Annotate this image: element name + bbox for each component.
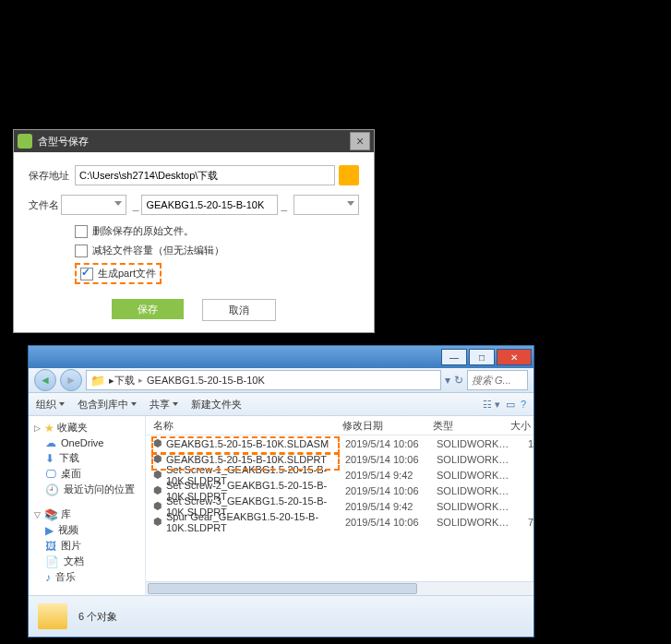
filename-prefix-select[interactable] [61,195,126,215]
dialog-title: 含型号保存 [38,135,350,149]
chevron-down-icon [59,402,65,406]
crumb-1[interactable]: 下载 [114,374,135,388]
cancel-button[interactable]: 取消 [202,299,276,321]
minimize-button[interactable]: — [441,349,467,365]
nav-bar: ◄ ► 📁 ▸ 下载 ▸ GEAKBG1.5-20-15-B-10K ▾ ↻ [29,368,533,393]
file-list-pane: 名称 修改日期 类型 大小 ⬢GEAKBG1.5-20-15-B-10K.SLD… [146,416,533,595]
document-icon: 📄 [45,555,59,568]
column-headers: 名称 修改日期 类型 大小 [146,416,533,435]
close-icon[interactable]: × [350,132,370,150]
search-input[interactable] [467,370,528,390]
status-text: 6 个对象 [78,610,117,624]
file-row[interactable]: ⬢Spur Gear_GEAKBG1.5-20-15-B-10K.SLDPRT2… [146,514,533,530]
reduce-size-checkbox[interactable] [75,244,88,257]
sidebar-favorites[interactable]: ▷★收藏夹 [29,420,145,435]
save-path-label: 保存地址 [29,169,75,183]
sidebar-music[interactable]: ♪音乐 [29,569,145,585]
share-menu[interactable]: 共享 [150,398,178,411]
save-with-model-dialog: 含型号保存 × 保存地址 文件名 _ _ 删除保存的原始文件。 减轻文件容量（但… [13,129,375,333]
chevron-down-icon [173,402,178,406]
star-icon: ★ [44,422,54,435]
library-icon: 📚 [44,508,58,521]
crumb-2[interactable]: GEAKBG1.5-20-15-B-10K [147,375,265,386]
file-date: 2019/5/14 10:06 [345,438,437,449]
sidebar-downloads[interactable]: ⬇下载 [29,450,145,466]
file-size: 7 [515,517,533,528]
refresh-icon[interactable]: ↻ [454,374,463,387]
app-icon [18,134,32,149]
sidebar-desktop[interactable]: 🖵桌面 [29,466,145,482]
file-date: 2019/5/14 10:06 [345,485,437,496]
horizontal-scrollbar[interactable] [146,581,533,595]
file-date: 2019/5/14 9:42 [345,501,437,512]
browse-folder-button[interactable] [339,165,359,185]
file-type: SOLIDWORKS Pa... [437,485,515,496]
generate-part-highlight: 生成part文件 [75,263,162,284]
file-icon: ⬢ [153,437,162,449]
chevron-down-icon [131,402,137,406]
filename-input[interactable] [141,195,278,215]
delete-original-label: 删除保存的原始文件。 [92,224,194,238]
file-name: Spur Gear_GEAKBG1.5-20-15-B-10K.SLDPRT [166,511,345,533]
view-options-icon[interactable]: ☷ ▾ [483,399,500,411]
sidebar-documents[interactable]: 📄文档 [29,554,145,569]
sidebar-videos[interactable]: ▶视频 [29,522,145,538]
col-name-header[interactable]: 名称 [146,419,342,433]
forward-button[interactable]: ► [60,369,82,391]
toolbar: 组织 包含到库中 共享 新建文件夹 ☷ ▾ ▭ ? [29,393,533,416]
file-type: SOLIDWORKS Pa... [437,454,515,465]
window-titlebar[interactable]: — □ ✕ [29,346,533,368]
close-button[interactable]: ✕ [497,349,532,365]
file-size: 1 [515,438,533,449]
dialog-titlebar[interactable]: 含型号保存 × [14,130,374,152]
col-type-header[interactable]: 类型 [433,419,510,433]
delete-original-checkbox[interactable] [75,225,88,238]
sidebar-computer[interactable]: ▷🖥计算机 [29,594,145,595]
preview-pane-icon[interactable]: ▭ [506,399,515,411]
file-type: SOLIDWORKS A... [437,438,515,449]
navigation-pane: ▷★收藏夹 ☁OneDrive ⬇下载 🖵桌面 🕘最近访问的位置 ▽📚库 ▶视频… [29,416,146,595]
file-name-label: 文件名 [29,198,61,212]
sidebar-onedrive[interactable]: ☁OneDrive [29,435,145,450]
filename-suffix-select[interactable] [294,195,359,215]
dropdown-icon[interactable]: ▾ [445,374,450,387]
sidebar-pictures[interactable]: 🖼图片 [29,538,145,554]
reduce-size-label: 减轻文件容量（但无法编辑） [92,244,224,257]
file-icon: ⬢ [153,516,162,528]
help-icon[interactable]: ? [521,399,526,411]
back-button[interactable]: ◄ [34,369,56,391]
sidebar-recent[interactable]: 🕘最近访问的位置 [29,482,145,497]
col-size-header[interactable]: 大小 [510,419,533,433]
col-date-header[interactable]: 修改日期 [342,419,433,433]
save-path-input[interactable] [75,165,335,185]
file-date: 2019/5/14 9:42 [345,470,437,481]
save-button[interactable]: 保存 [112,299,184,319]
music-icon: ♪ [45,571,51,584]
include-library-menu[interactable]: 包含到库中 [78,398,137,411]
maximize-button[interactable]: □ [469,349,495,365]
file-date: 2019/5/14 10:06 [345,454,437,465]
organize-menu[interactable]: 组织 [36,398,65,411]
file-type: SOLIDWORKS Pa... [437,470,515,481]
file-row[interactable]: ⬢GEAKBG1.5-20-15-B-10K.SLDASM2019/5/14 1… [146,435,533,451]
cloud-icon: ☁ [45,436,56,449]
video-icon: ▶ [45,524,54,537]
file-date: 2019/5/14 10:06 [345,517,437,528]
folder-icon [38,603,67,629]
generate-part-label: 生成part文件 [98,267,156,280]
file-type: SOLIDWORKS Pa... [437,517,515,528]
picture-icon: 🖼 [45,540,56,553]
scroll-thumb[interactable] [148,583,417,594]
download-icon: ⬇ [45,452,54,465]
file-name: GEAKBG1.5-20-15-B-10K.SLDASM [166,438,329,449]
generate-part-checkbox[interactable] [80,268,93,280]
recent-icon: 🕘 [45,483,59,496]
chevron-down-icon [114,201,122,206]
folder-icon: 📁 [90,374,105,388]
file-type: SOLIDWORKS Pa... [437,501,515,512]
sidebar-libraries[interactable]: ▽📚库 [29,507,145,522]
new-folder-button[interactable]: 新建文件夹 [191,398,242,411]
chevron-down-icon [347,201,354,206]
breadcrumb[interactable]: 📁 ▸ 下载 ▸ GEAKBG1.5-20-15-B-10K [86,370,441,390]
status-bar: 6 个对象 [29,595,533,637]
